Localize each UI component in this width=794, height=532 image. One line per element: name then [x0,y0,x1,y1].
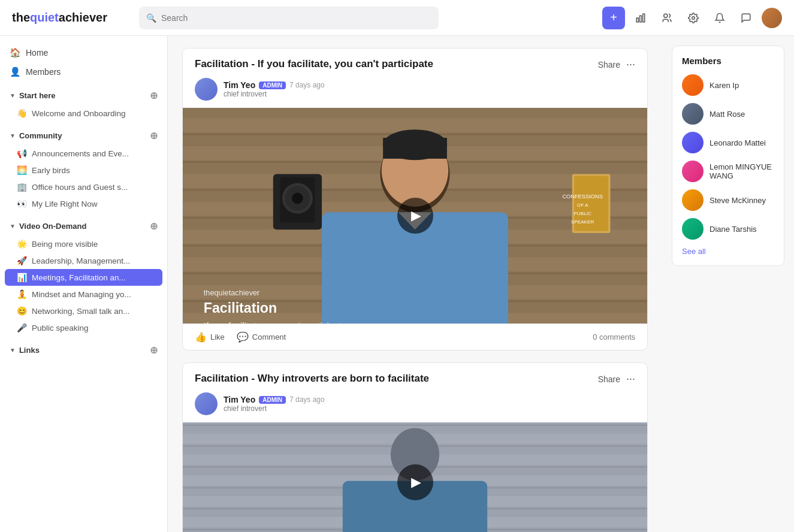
svg-point-28 [292,193,303,204]
members-title: Members [682,56,774,66]
sidebar-item-networking[interactable]: 😊 Networking, Small talk an... [0,303,167,319]
post-time-1: 7 days ago [289,81,325,89]
member-item-2[interactable]: Leonardo Mattei [682,132,774,153]
chat-icon[interactable] [735,7,757,29]
video-thumb-1: CONFESSIONS OF A PUBLIC SPEAKER [183,108,647,324]
comment-icon-1: 💬 [237,331,249,343]
sidebar-section-community: ▼ Community ⊕ 📢 Announcements and Eve...… [0,126,167,212]
author-name-1: Tim Yeo [224,80,255,90]
member-item-5[interactable]: Diane Tarshis [682,218,774,240]
author-title-1: chief introvert [224,90,325,98]
search-icon: 🔍 [146,13,156,23]
svg-text:thequietachiever: thequietachiever [204,288,260,297]
sidebar-item-welcome[interactable]: 👋 Welcome and Onboarding [0,105,167,122]
svg-text:If you facilitate, you can't p: If you facilitate, you can't participate [204,321,346,324]
play-icon-1: ▶ [411,208,421,223]
svg-rect-1 [640,16,642,22]
svg-text:SPEAKER: SPEAKER [571,219,594,225]
comments-count-1: 0 comments [593,332,635,341]
post-author-2: Tim Yeo ADMIN 7 days ago chief introvert [183,392,647,422]
post-title-2: Facilitation - Why introverts are born t… [195,373,598,385]
admin-badge-2: ADMIN [259,396,286,404]
main-layout: 🏠 Home 👤 Members ▼ Start here ⊕ 👋 Welcom… [0,36,794,532]
bar-chart-icon[interactable] [630,7,651,29]
sidebar-item-visible[interactable]: 🌟 Being more visible [0,235,167,252]
member-avatar-2 [682,132,704,153]
sidebar-item-early-birds[interactable]: 🌅 Early birds [0,162,167,179]
member-item-4[interactable]: Steve McKinney [682,189,774,211]
post-header-right-2: Share ··· [598,373,635,385]
sidebar-section-community-header[interactable]: ▼ Community ⊕ [0,126,167,145]
comment-button-1[interactable]: 💬 Comment [237,331,286,343]
video-container-1[interactable]: CONFESSIONS OF A PUBLIC SPEAKER [183,108,647,324]
header: thequietachiever 🔍 + [0,0,794,36]
sidebar-item-meetings[interactable]: 📊 Meetings, Facilitation an... [5,269,162,286]
author-avatar-1 [195,78,218,101]
header-actions: + [602,7,782,29]
sidebar-item-public-speaking[interactable]: 🎤 Public speaking [0,319,167,336]
sidebar: 🏠 Home 👤 Members ▼ Start here ⊕ 👋 Welcom… [0,36,168,532]
play-button-2[interactable]: ▶ [397,464,433,500]
member-name-3: Lemon MINGYUE WANG [710,162,774,180]
svg-rect-39 [383,138,447,159]
svg-text:OF A: OF A [577,202,588,208]
member-name-0: Karen Ip [710,81,739,90]
bell-icon[interactable] [709,7,730,29]
svg-text:PUBLIC: PUBLIC [573,211,591,216]
sidebar-section-start-here-header[interactable]: ▼ Start here ⊕ [0,86,167,105]
like-icon-1: 👍 [195,331,207,343]
gear-icon[interactable] [683,7,704,29]
sidebar-section-links-header[interactable]: ▼ Links ⊕ [0,341,167,359]
share-button-1[interactable]: Share [598,60,620,69]
member-item-0[interactable]: Karen Ip [682,74,774,96]
sidebar-item-leadership[interactable]: 🚀 Leadership, Management... [0,252,167,269]
svg-text:CONFESSIONS: CONFESSIONS [562,194,602,200]
more-button-1[interactable]: ··· [626,58,635,71]
sidebar-section-video-header[interactable]: ▼ Video On-Demand ⊕ [0,217,167,235]
sidebar-section-video: ▼ Video On-Demand ⊕ 🌟 Being more visible… [0,217,167,336]
members-section: Members Karen Ip Matt Rose Leonardo Matt… [672,46,784,266]
post-card-2: Facilitation - Why introverts are born t… [182,362,648,532]
member-name-1: Matt Rose [710,110,745,119]
add-button[interactable]: + [602,7,625,29]
post-author-1: Tim Yeo ADMIN 7 days ago chief introvert [183,78,647,108]
sidebar-item-home[interactable]: 🏠 Home [0,43,167,62]
links-add-icon[interactable]: ⊕ [150,344,158,356]
logo-text: thequietachiever [12,11,107,25]
sidebar-item-members-label: Members [26,67,61,77]
user-avatar[interactable] [762,8,782,28]
share-button-2[interactable]: Share [598,374,620,384]
community-add-icon[interactable]: ⊕ [150,130,158,141]
author-title-2: chief introvert [224,404,325,413]
video-container-2[interactable]: ▶ [183,422,647,532]
author-avatar-2 [195,392,218,415]
member-avatar-5 [682,218,704,240]
sidebar-item-mindset[interactable]: 🧘 Mindset and Managing yo... [0,286,167,303]
post-time-2: 7 days ago [289,395,325,404]
section-add-icon[interactable]: ⊕ [150,90,158,101]
play-button-1[interactable]: ▶ [397,198,433,234]
search-input[interactable] [161,13,431,23]
post-card-1: Facilitation - If you facilitate, you ca… [182,48,648,350]
logo: thequietachiever [12,11,132,25]
sidebar-item-announcements[interactable]: 📢 Announcements and Eve... [0,145,167,162]
sidebar-item-office-hours[interactable]: 🏢 Office hours and Guest s... [0,179,167,195]
sidebar-item-my-life[interactable]: 👀 My Life Right Now [0,195,167,212]
member-avatar-1 [682,103,704,125]
member-item-3[interactable]: Lemon MINGYUE WANG [682,161,774,182]
sidebar-section-video-label: Video On-Demand [19,222,146,231]
member-avatar-3 [682,161,704,182]
see-all-link[interactable]: See all [682,247,774,256]
member-avatar-0 [682,74,704,96]
more-button-2[interactable]: ··· [626,373,635,385]
svg-point-4 [692,16,695,19]
member-item-1[interactable]: Matt Rose [682,103,774,125]
people-icon[interactable] [656,7,678,29]
post-header-right-1: Share ··· [598,58,635,71]
video-add-icon[interactable]: ⊕ [150,220,158,232]
svg-rect-0 [636,18,638,22]
svg-text:Facilitation: Facilitation [204,300,277,316]
sidebar-item-members[interactable]: 👤 Members [0,62,167,81]
sidebar-section-start-here: ▼ Start here ⊕ 👋 Welcome and Onboarding [0,86,167,122]
like-button-1[interactable]: 👍 Like [195,331,225,343]
